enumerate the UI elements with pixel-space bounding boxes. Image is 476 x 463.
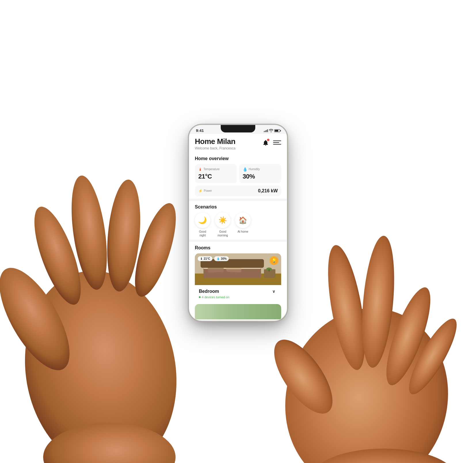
- home-overview-section: Home overview 🌡 Temperature 21°C: [189, 153, 287, 199]
- room-light-button[interactable]: 💡: [270, 256, 278, 265]
- humidity-icon: 💧: [243, 167, 247, 172]
- notch: [221, 125, 255, 132]
- next-room-card[interactable]: [195, 304, 281, 319]
- bedroom-expand-button[interactable]: ∨: [270, 288, 277, 295]
- left-hand-svg: [0, 175, 201, 463]
- power-value: 0,216 kW: [258, 188, 278, 193]
- bedroom-info-header: Bedroom ∨: [199, 288, 277, 295]
- menu-button[interactable]: [273, 138, 281, 147]
- overview-grid: 🌡 Temperature 21°C 💧 Humidity 30%: [195, 164, 281, 183]
- bedroom-humidity-tag: 💧 30%: [214, 256, 229, 261]
- power-label-row: ⚡ Power: [198, 189, 212, 193]
- scenarios-section: Scenarios 🌙 Goodnight ☀️ Go: [189, 201, 287, 240]
- phone-wrapper: 9:41: [189, 125, 287, 321]
- room-tags: 🌡 21°C 💧 30%: [198, 256, 229, 261]
- wifi-icon: [269, 129, 273, 132]
- temperature-card: 🌡 Temperature 21°C: [195, 164, 237, 183]
- bedroom-card[interactable]: 🌡 21°C 💧 30% 💡: [195, 253, 281, 302]
- battery-fill: [275, 130, 278, 132]
- bedroom-image: 🌡 21°C 💧 30% 💡: [195, 253, 281, 285]
- humidity-card: 💧 Humidity 30%: [239, 164, 281, 183]
- scenario-at-home[interactable]: 🏠 At home: [235, 212, 251, 237]
- header-actions: 1: [262, 137, 281, 147]
- rooms-section: Rooms: [189, 242, 287, 319]
- bedroom-info: Bedroom ∨ 4 devices turned on: [195, 285, 281, 302]
- bedroom-temp-tag: 🌡 21°C: [198, 256, 212, 261]
- app-header: Home Milan Welcome back, Francesca 1: [189, 134, 287, 153]
- notification-button[interactable]: 1: [262, 138, 270, 147]
- scenario-good-morning[interactable]: ☀️ Goodmorning: [215, 212, 231, 237]
- signal-bar-3: [266, 130, 267, 132]
- room-humid-icon: 💧: [216, 257, 220, 260]
- scenario-good-night-circle: 🌙: [195, 212, 210, 228]
- bedroom-devices-status: 4 devices turned on: [202, 295, 229, 299]
- app-title: Home Milan: [195, 137, 235, 146]
- temperature-label: Temperature: [203, 168, 220, 171]
- power-card: ⚡ Power 0,216 kW: [195, 185, 281, 196]
- humidity-label-row: 💧 Humidity: [243, 167, 278, 172]
- bedroom-status: 4 devices turned on: [199, 295, 277, 299]
- notification-badge: 1: [267, 138, 270, 141]
- battery-icon: [274, 129, 280, 132]
- light-bulb-icon: 💡: [272, 258, 277, 263]
- scenarios-title: Scenarios: [195, 204, 281, 210]
- humidity-label: Humidity: [249, 168, 260, 171]
- status-icons: [264, 129, 280, 132]
- signal-bar-4: [267, 129, 268, 132]
- status-dot: [199, 296, 201, 298]
- signal-bar-2: [265, 130, 266, 132]
- menu-line-2: [273, 142, 279, 143]
- signal-bar-1: [264, 131, 265, 132]
- scenario-good-morning-label: Goodmorning: [218, 230, 228, 237]
- moon-icon: 🌙: [198, 216, 207, 224]
- scenario-good-night[interactable]: 🌙 Goodnight: [195, 212, 210, 237]
- temperature-label-row: 🌡 Temperature: [198, 167, 233, 172]
- power-label: Power: [204, 189, 212, 192]
- phone-frame: 9:41: [189, 125, 287, 321]
- bedroom-name: Bedroom: [199, 289, 219, 294]
- home-overview-title: Home overview: [195, 156, 281, 161]
- menu-line-3: [273, 144, 281, 145]
- phone-screen: 9:41: [189, 125, 287, 321]
- header-text-group: Home Milan Welcome back, Francesca: [195, 137, 235, 150]
- next-room-bg: [195, 304, 281, 319]
- thermometer-icon: 🌡: [198, 167, 202, 172]
- scenarios-row: 🌙 Goodnight ☀️ Goodmorning: [195, 212, 281, 237]
- power-icon: ⚡: [198, 189, 203, 193]
- home-icon: 🏠: [239, 216, 247, 224]
- bedroom-temp-value: 21°C: [204, 257, 210, 260]
- signal-bars-icon: [264, 129, 268, 132]
- humidity-value: 30%: [243, 173, 278, 180]
- temperature-value: 21°C: [198, 173, 233, 180]
- sun-icon: ☀️: [218, 216, 227, 224]
- scenario-at-home-circle: 🏠: [235, 212, 251, 228]
- bedroom-humidity-value: 30%: [221, 257, 226, 260]
- scenario-at-home-label: At home: [237, 230, 248, 234]
- room-temp-icon: 🌡: [200, 257, 203, 260]
- scenario-good-night-label: Goodnight: [199, 230, 206, 237]
- app-content[interactable]: Home Milan Welcome back, Francesca 1: [189, 134, 287, 319]
- rooms-title: Rooms: [195, 245, 281, 251]
- app-subtitle: Welcome back, Francesca: [195, 146, 235, 150]
- scenario-good-morning-circle: ☀️: [215, 212, 231, 228]
- menu-line-1: [273, 141, 281, 141]
- status-time: 9:41: [196, 128, 204, 133]
